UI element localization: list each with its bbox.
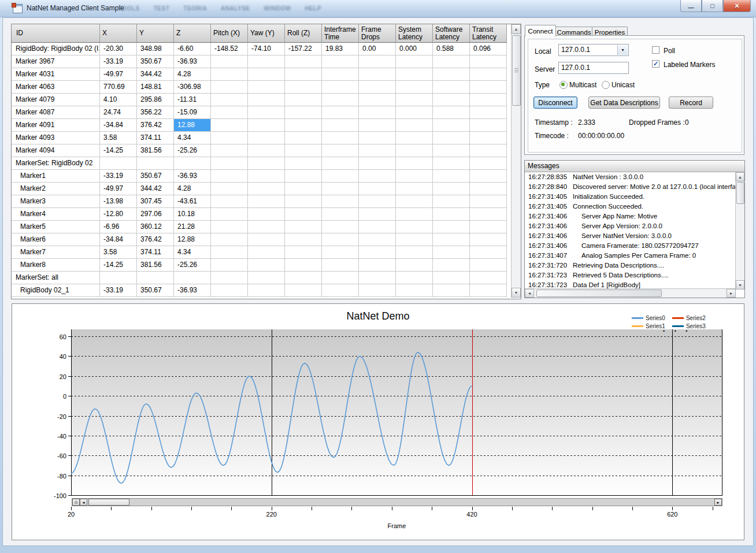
data-cell[interactable]	[211, 221, 248, 233]
data-cell[interactable]	[211, 246, 248, 259]
data-cell[interactable]	[359, 284, 396, 297]
data-cell[interactable]: 348.98	[137, 43, 174, 55]
data-cell[interactable]: 770.69	[100, 81, 137, 94]
data-cell[interactable]	[470, 94, 507, 106]
data-cell[interactable]: -25.26	[174, 144, 211, 157]
data-cell[interactable]	[285, 259, 322, 272]
messages-list[interactable]: 16:27:28:835NatNet Version : 3.0.0.016:2…	[525, 172, 736, 290]
data-cell[interactable]	[359, 272, 396, 284]
data-cell[interactable]	[470, 119, 507, 132]
data-cell[interactable]	[359, 81, 396, 94]
data-cell[interactable]	[248, 233, 285, 246]
data-cell[interactable]	[396, 195, 433, 208]
data-cell[interactable]	[359, 55, 396, 68]
data-cell[interactable]	[433, 183, 470, 195]
data-cell[interactable]	[248, 94, 285, 106]
chart-scroll-right-button[interactable]: ►	[714, 499, 722, 506]
data-cell[interactable]	[248, 106, 285, 119]
data-cell[interactable]	[285, 119, 322, 132]
data-cell[interactable]	[285, 233, 322, 246]
data-cell[interactable]	[396, 157, 433, 170]
data-cell[interactable]	[433, 55, 470, 68]
tab-connect[interactable]: Connect	[525, 25, 556, 36]
data-cell[interactable]	[211, 284, 248, 297]
row-id-cell[interactable]: Marker5	[12, 221, 100, 233]
data-cell[interactable]	[470, 106, 507, 119]
data-cell[interactable]: -14.25	[100, 259, 137, 272]
data-cell[interactable]	[211, 132, 248, 144]
column-header[interactable]: Frame Drops	[359, 24, 396, 43]
data-cell[interactable]: 24.74	[100, 106, 137, 119]
column-header[interactable]: ID	[12, 24, 100, 43]
data-cell[interactable]	[470, 195, 507, 208]
data-cell[interactable]	[285, 68, 322, 81]
row-id-cell[interactable]: Marker 4087	[12, 106, 100, 119]
data-cell[interactable]	[322, 119, 359, 132]
data-cell[interactable]	[470, 144, 507, 157]
data-cell[interactable]	[433, 272, 470, 284]
data-cell[interactable]: -33.19	[100, 170, 137, 183]
data-cell[interactable]	[359, 170, 396, 183]
data-cell[interactable]	[396, 94, 433, 106]
row-id-cell[interactable]: Marker3	[12, 195, 100, 208]
data-cell[interactable]	[248, 132, 285, 144]
data-cell[interactable]: 10.18	[174, 208, 211, 221]
data-cell[interactable]	[359, 259, 396, 272]
chart-scroll-thumb[interactable]	[88, 499, 129, 506]
data-cell[interactable]	[248, 259, 285, 272]
row-id-cell[interactable]: Marker 4031	[12, 68, 100, 81]
data-cell[interactable]	[359, 208, 396, 221]
scroll-left-button[interactable]: ◄	[525, 289, 534, 298]
menu-item[interactable]: TEST	[154, 5, 170, 12]
data-cell[interactable]: -43.61	[174, 195, 211, 208]
data-cell[interactable]	[359, 106, 396, 119]
row-id-cell[interactable]: RigidBody: RigidBody 02 (I...	[12, 43, 100, 55]
data-cell[interactable]	[248, 221, 285, 233]
data-cell[interactable]	[211, 55, 248, 68]
data-cell[interactable]	[470, 183, 507, 195]
data-cell[interactable]	[359, 233, 396, 246]
data-cell[interactable]	[470, 284, 507, 297]
data-cell[interactable]	[211, 94, 248, 106]
data-cell[interactable]	[211, 195, 248, 208]
column-header[interactable]: Pitch (X)	[211, 24, 248, 43]
data-cell[interactable]	[285, 284, 322, 297]
data-cell[interactable]	[470, 221, 507, 233]
messages-horizontal-scrollbar[interactable]: ◄ ►	[525, 288, 736, 298]
row-id-cell[interactable]: Marker 4091	[12, 119, 100, 132]
data-cell[interactable]	[433, 157, 470, 170]
minimize-button[interactable]: —	[680, 0, 702, 12]
labeled-markers-checkbox[interactable]: ✓	[652, 60, 659, 68]
data-cell[interactable]: 4.28	[174, 68, 211, 81]
data-cell[interactable]	[285, 195, 322, 208]
data-cell[interactable]	[433, 81, 470, 94]
data-cell[interactable]	[285, 272, 322, 284]
data-cell[interactable]	[137, 272, 174, 284]
row-id-cell[interactable]: Marker1	[12, 170, 100, 183]
data-cell[interactable]	[211, 119, 248, 132]
data-cell[interactable]	[359, 119, 396, 132]
data-cell[interactable]	[433, 259, 470, 272]
data-cell[interactable]	[322, 259, 359, 272]
data-cell[interactable]: 350.67	[137, 55, 174, 68]
data-cell[interactable]	[322, 272, 359, 284]
data-cell[interactable]: 381.56	[137, 144, 174, 157]
column-header[interactable]: Interframe Time	[322, 24, 359, 43]
data-cell[interactable]: 381.56	[137, 259, 174, 272]
data-cell[interactable]: 350.67	[137, 170, 174, 183]
menu-item[interactable]: HELP	[305, 5, 321, 12]
data-cell[interactable]	[396, 55, 433, 68]
row-id-cell[interactable]: Marker8	[12, 259, 100, 272]
data-cell[interactable]: -36.93	[174, 170, 211, 183]
data-cell[interactable]: 307.45	[137, 195, 174, 208]
row-id-cell[interactable]: Marker 3967	[12, 55, 100, 68]
menu-item[interactable]: TEORIA	[183, 5, 207, 12]
data-cell[interactable]	[470, 246, 507, 259]
data-cell[interactable]	[433, 246, 470, 259]
scroll-thumb[interactable]	[736, 182, 744, 204]
chart-scroll-reset-button[interactable]: ◎	[72, 499, 80, 506]
data-cell[interactable]	[248, 157, 285, 170]
data-cell[interactable]: 376.42	[137, 233, 174, 246]
column-header[interactable]: Yaw (Y)	[248, 24, 285, 43]
data-cell[interactable]	[396, 144, 433, 157]
